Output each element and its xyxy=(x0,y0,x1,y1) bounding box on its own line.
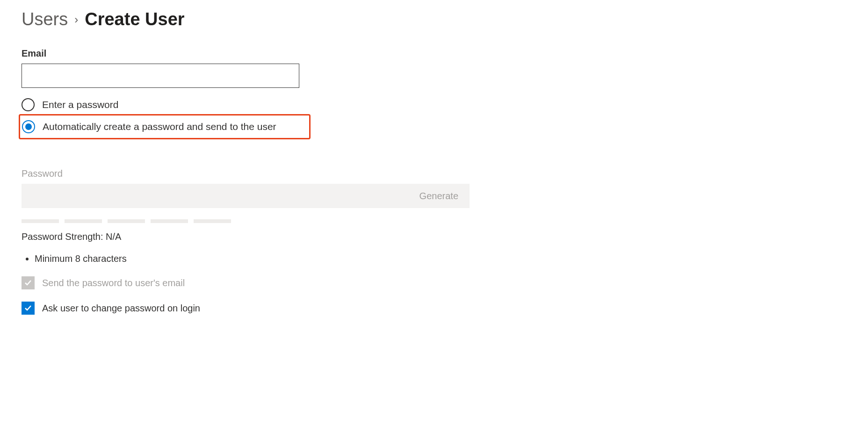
radio-enter-password[interactable]: Enter a password xyxy=(22,95,868,114)
strength-segment xyxy=(65,219,102,223)
password-mode-radio-group: Enter a password Automatically create a … xyxy=(22,95,868,139)
radio-auto-create-password[interactable]: Automatically create a password and send… xyxy=(19,114,311,139)
checkbox-label: Ask user to change password on login xyxy=(42,303,200,314)
chevron-right-icon: › xyxy=(74,13,78,26)
strength-meter xyxy=(22,219,470,223)
password-strength-text: Password Strength: N/A xyxy=(22,231,470,242)
breadcrumb-parent-link[interactable]: Users xyxy=(22,9,68,29)
check-icon xyxy=(24,304,32,312)
checkbox-icon xyxy=(22,302,35,315)
breadcrumb: Users › Create User xyxy=(22,9,868,29)
checkbox-change-on-login[interactable]: Ask user to change password on login xyxy=(22,302,470,315)
radio-dot-icon xyxy=(25,123,32,130)
strength-prefix: Password Strength: xyxy=(22,231,106,242)
breadcrumb-current: Create User xyxy=(85,9,184,29)
email-input[interactable] xyxy=(22,64,299,88)
generate-button: Generate xyxy=(408,184,470,208)
strength-segment xyxy=(22,219,59,223)
checkbox-label: Send the password to user's email xyxy=(42,278,185,288)
check-icon xyxy=(24,279,32,287)
strength-segment xyxy=(151,219,188,223)
strength-value: N/A xyxy=(106,231,121,242)
requirement-item: Minimum 8 characters xyxy=(35,253,470,264)
password-requirements: Minimum 8 characters xyxy=(22,253,470,264)
strength-segment xyxy=(194,219,231,223)
radio-label: Automatically create a password and send… xyxy=(43,121,276,132)
password-input-wrapper: Generate xyxy=(22,184,470,208)
checkbox-icon xyxy=(22,276,35,289)
radio-label: Enter a password xyxy=(42,99,118,110)
email-label: Email xyxy=(22,48,868,59)
password-input xyxy=(22,184,408,208)
radio-icon xyxy=(22,120,35,133)
password-label: Password xyxy=(22,168,470,179)
strength-segment xyxy=(108,219,145,223)
checkbox-send-email: Send the password to user's email xyxy=(22,276,470,289)
radio-icon xyxy=(22,98,35,111)
